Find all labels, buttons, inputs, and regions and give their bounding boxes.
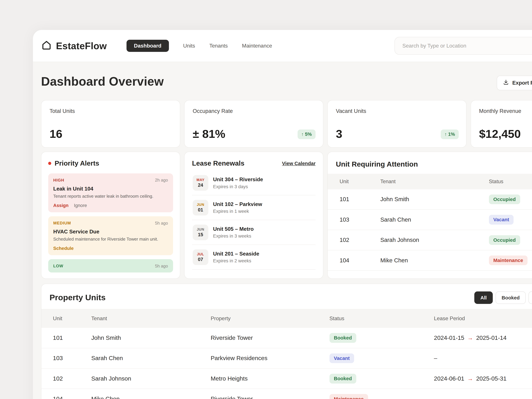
renewal-unit: Unit 201 – Seaside	[213, 251, 259, 257]
page-header: Dashboard Overview Export Report	[41, 74, 532, 92]
nav-item-units[interactable]: Units	[183, 43, 195, 49]
view-calendar-link[interactable]: View Calendar	[282, 161, 316, 166]
lease-empty: –	[434, 355, 437, 361]
alert-item-medium[interactable]: MEDIUM 5h ago HVAC Service Due Scheduled…	[48, 216, 173, 255]
top-navigation-bar: EstateFlow Dashboard Units Tenants Maint…	[33, 30, 532, 62]
date-day: 01	[198, 207, 203, 213]
column-header-status: Status	[329, 315, 434, 322]
property-table-header: Unit Tenant Property Status Lease Period	[41, 309, 532, 328]
search-input[interactable]	[394, 37, 532, 55]
nav-item-dashboard[interactable]: Dashboard	[127, 40, 169, 52]
alert-time: 5h ago	[155, 264, 168, 268]
unit-cell: 104	[53, 395, 91, 399]
alert-meta: LOW 5h ago	[53, 264, 168, 268]
arrow-right-icon: →	[467, 335, 473, 341]
filter-booked[interactable]: Booked	[496, 291, 526, 304]
section-title: Property Units	[50, 293, 106, 302]
column-header-unit: Unit	[340, 178, 380, 184]
alert-item-low[interactable]: LOW 5h ago	[48, 259, 173, 272]
alert-title: HVAC Service Due	[53, 228, 168, 235]
unit-cell: 103	[340, 216, 380, 223]
alert-dot-icon	[48, 162, 51, 165]
widgets-row: Priority Alerts HIGH 2h ago Leak in Unit…	[41, 152, 532, 279]
renewal-unit: Unit 304 – Riverside	[213, 176, 263, 183]
column-header-lease-period: Lease Period	[434, 315, 532, 322]
alert-level: MEDIUM	[53, 221, 71, 225]
status-badge: Occupied	[489, 235, 520, 245]
table-row[interactable]: 102 Sarah Johnson Occupied	[328, 230, 532, 250]
lease-end: 2025-01-14	[476, 335, 507, 341]
content-area: Dashboard Overview Export Report Total U…	[33, 62, 532, 399]
alert-actions: Schedule	[53, 246, 168, 251]
stat-label: Total Units	[50, 108, 172, 114]
unit-cell: 101	[340, 196, 380, 203]
renewal-expiry: Expires in 3 weeks	[213, 234, 254, 239]
nav-item-maintenance[interactable]: Maintenance	[242, 43, 272, 49]
property-units-card: Property Units All Booked Vacant Mainten…	[41, 284, 532, 399]
alert-title: Leak in Unit 104	[53, 186, 168, 192]
nav-item-tenants[interactable]: Tenants	[209, 43, 228, 49]
table-row[interactable]: 103 Sarah Chen Parkview Residences Vacan…	[41, 348, 532, 369]
property-cell: Riverside Tower	[211, 335, 329, 341]
app-shell: EstateFlow Dashboard Units Tenants Maint…	[33, 30, 532, 399]
date-day: 24	[198, 182, 203, 188]
date-month: MAY	[196, 178, 204, 182]
table-row[interactable]: 103 Sarah Chen Vacant	[328, 210, 532, 230]
filter-vacant[interactable]: Vacant	[528, 291, 532, 304]
tenant-cell: Sarah Chen	[91, 355, 211, 361]
arrow-right-icon: →	[467, 375, 473, 382]
date-badge: JUL 07	[193, 249, 208, 265]
table-row[interactable]: 104 Mike Chen Maintenance	[328, 250, 532, 271]
alert-time: 2h ago	[155, 178, 168, 183]
lease-renewals-card: Lease Renewals View Calendar MAY 24 Unit…	[184, 152, 323, 279]
list-item[interactable]: JUN 15 Unit 505 – Metro Expires in 3 wee…	[192, 220, 316, 245]
brand-name: EstateFlow	[56, 40, 107, 51]
lease-start: 2024-06-01	[434, 375, 464, 382]
schedule-action[interactable]: Schedule	[53, 246, 74, 251]
renewal-list: MAY 24 Unit 304 – Riverside Expires in 3…	[192, 171, 316, 270]
alert-description: Scheduled maintenance for Riverside Towe…	[53, 236, 168, 242]
lease-period-cell: –	[434, 355, 532, 361]
property-cell: Metro Heights	[211, 375, 329, 382]
lease-renewals-header: Lease Renewals View Calendar	[192, 159, 316, 167]
list-item[interactable]: MAY 24 Unit 304 – Riverside Expires in 3…	[192, 171, 316, 195]
property-units-header: Property Units All Booked Vacant Mainten…	[41, 284, 532, 309]
lease-empty: –	[434, 395, 437, 399]
list-item[interactable]: JUL 07 Unit 201 – Seaside Expires in 2 w…	[192, 245, 316, 270]
renewal-unit: Unit 102 – Parkview	[213, 201, 262, 207]
date-day: 15	[198, 232, 203, 237]
priority-alerts-card: Priority Alerts HIGH 2h ago Leak in Unit…	[41, 152, 180, 279]
date-badge: MAY 24	[193, 175, 208, 191]
status-badge: Vacant	[329, 354, 354, 363]
lease-period-cell: –	[434, 395, 532, 399]
alert-description: Tenant reports active water leak in bath…	[53, 193, 168, 200]
renewal-info: Unit 505 – Metro Expires in 3 weeks	[213, 226, 254, 239]
column-header-property: Property	[211, 315, 329, 322]
status-badge: Maintenance	[329, 394, 368, 399]
ignore-action[interactable]: Ignore	[74, 203, 87, 208]
filter-all[interactable]: All	[474, 291, 493, 304]
assign-action[interactable]: Assign	[53, 203, 69, 208]
alert-time: 5h ago	[155, 221, 168, 226]
table-row[interactable]: 101 John Smith Riverside Tower Booked 20…	[41, 328, 532, 348]
renewal-info: Unit 102 – Parkview Expires in 1 week	[213, 201, 262, 214]
list-item[interactable]: JUN 01 Unit 102 – Parkview Expires in 1 …	[192, 195, 316, 220]
table-row[interactable]: 102 Sarah Johnson Metro Heights Booked 2…	[41, 369, 532, 389]
export-report-button[interactable]: Export Report	[497, 76, 532, 90]
stat-label: Vacant Units	[336, 108, 458, 114]
renewal-unit: Unit 505 – Metro	[213, 226, 254, 232]
column-header-tenant: Tenant	[380, 178, 489, 184]
export-label: Export Report	[512, 80, 532, 86]
date-badge: JUN 15	[193, 225, 208, 240]
column-header-tenant: Tenant	[91, 315, 211, 322]
stat-value: 3	[336, 127, 342, 140]
alert-item-high[interactable]: HIGH 2h ago Leak in Unit 104 Tenant repo…	[48, 173, 173, 212]
stat-value: ± 81%	[193, 127, 225, 140]
date-month: JUL	[197, 252, 204, 256]
table-row[interactable]: 104 Mike Chen Riverside Tower Maintenanc…	[41, 389, 532, 399]
page-title: Dashboard Overview	[41, 74, 532, 89]
tenant-cell: Sarah Johnson	[91, 375, 211, 382]
alerts-list: HIGH 2h ago Leak in Unit 104 Tenant repo…	[48, 173, 173, 273]
table-row[interactable]: 101 John Smith Occupied	[328, 189, 532, 210]
unit-cell: 101	[53, 335, 91, 341]
